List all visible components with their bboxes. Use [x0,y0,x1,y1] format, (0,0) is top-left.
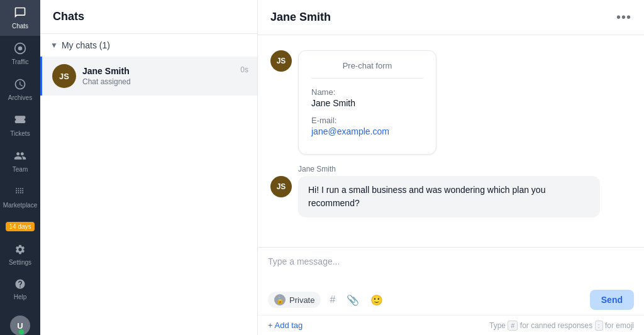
sidebar-item-tickets[interactable]: Tickets [0,107,40,143]
pre-chat-bubble-wrap: JS Pre-chat form Name: Jane Smith E-mail… [270,50,631,155]
sidebar-settings-label: Settings [9,259,31,266]
sidebar-item-trial[interactable]: 14 days [0,215,40,238]
tickets-icon [14,114,26,128]
svg-point-1 [18,47,23,51]
canned-key1: # [508,321,518,331]
sidebar-help-label: Help [14,294,27,300]
chat-main: Jane Smith ••• JS Pre-chat form Name: Ja… [258,0,644,335]
trial-badge: 14 days [6,222,34,231]
emoji-icon[interactable]: 🙂 [368,292,386,309]
chat-list-panel: Chats ▼ My chats (1) JS Jane Smith Chat … [40,0,258,335]
pre-chat-name-value: Jane Smith [311,98,423,108]
chat-messages: JS Pre-chat form Name: Jane Smith E-mail… [258,35,644,247]
add-tag-button[interactable]: + Add tag [268,321,303,330]
sidebar-marketplace-label: Marketplace [3,202,37,209]
chat-item-subtitle: Chat assigned [82,77,247,86]
message-sender-name: Jane Smith [298,165,336,173]
input-toolbar: 🔒 Private # 📎 🙂 Send [258,285,644,315]
settings-icon [14,244,26,257]
sidebar-item-chats[interactable]: Chats [0,0,40,36]
pre-chat-email-label: E-mail: [311,116,423,125]
user-message-row: JS Hi! I run a small business and was wo… [270,176,600,217]
sidebar-archives-label: Archives [8,94,32,101]
message-input-wrap [258,248,644,285]
my-chats-label: My chats (1) [62,40,110,50]
help-icon [14,278,26,292]
canned-for-canned: for canned responses [520,321,592,330]
message-input[interactable] [268,256,634,277]
canned-key2: : [595,321,603,331]
traffic-icon [14,42,26,57]
message-avatar: JS [270,176,292,197]
hashtag-icon[interactable]: # [327,292,338,308]
sidebar-chats-label: Chats [12,23,28,30]
chat-item-avatar: JS [52,64,76,88]
pre-chat-avatar: JS [270,50,292,72]
sidebar-item-marketplace[interactable]: Marketplace [0,179,40,215]
user-avatar-wrap: U [10,316,30,335]
sidebar-item-settings[interactable]: Settings [0,238,40,272]
canned-hint-text: Type [489,321,506,330]
canned-for-emoji: for emoji [605,321,634,330]
pre-chat-email-field: E-mail: jane@example.com [311,116,423,136]
chat-item[interactable]: JS Jane Smith Chat assigned 0s [40,57,257,96]
sidebar-item-help[interactable]: Help [0,272,40,307]
sidebar-traffic-label: Traffic [11,58,28,65]
chat-header: Jane Smith ••• [258,0,644,35]
sidebar-item-archives[interactable]: Archives [0,72,40,107]
team-icon [14,150,26,164]
send-button[interactable]: Send [590,290,634,310]
sidebar-item-traffic[interactable]: Traffic [0,36,40,72]
user-message-wrap: Jane Smith JS Hi! I run a small business… [270,165,631,217]
sidebar-item-user-avatar[interactable]: U [0,309,40,335]
pre-chat-title: Pre-chat form [311,61,423,79]
chat-title: Jane Smith [270,11,331,24]
sidebar-team-label: Team [13,166,28,173]
archives-icon [14,78,26,92]
pre-chat-name-label: Name: [311,87,423,97]
chat-input-area: 🔒 Private # 📎 🙂 Send + Add tag Type # fo… [258,247,644,335]
chevron-down-icon: ▼ [50,41,58,50]
sidebar-bottom: 14 days Settings Help U [0,215,40,335]
chat-item-info: Jane Smith Chat assigned [82,66,247,86]
sidebar-tickets-label: Tickets [10,130,30,137]
chat-list-header: Chats [40,0,257,34]
chat-item-name: Jane Smith [82,66,247,76]
pre-chat-card: Pre-chat form Name: Jane Smith E-mail: j… [298,50,436,155]
chat-icon [14,6,26,21]
private-toggle[interactable]: 🔒 Private [268,292,321,308]
canned-hint: Type # for canned responses : for emoji [489,321,634,330]
pre-chat-name-field: Name: Jane Smith [311,87,423,108]
sidebar: Chats Traffic Archives Tickets Team Mark… [0,0,40,335]
marketplace-icon [14,185,26,200]
private-label: Private [289,295,314,305]
attachment-icon[interactable]: 📎 [344,292,362,309]
more-options-button[interactable]: ••• [616,10,631,25]
lock-icon: 🔒 [274,294,286,305]
chat-item-time: 0s [240,65,248,74]
online-badge [19,329,24,334]
my-chats-section[interactable]: ▼ My chats (1) [40,34,257,57]
sidebar-item-team[interactable]: Team [0,143,40,179]
message-bubble: Hi! I run a small business and was wonde… [298,176,600,217]
pre-chat-email-value: jane@example.com [311,126,423,136]
chat-footer: + Add tag Type # for canned responses : … [258,315,644,335]
